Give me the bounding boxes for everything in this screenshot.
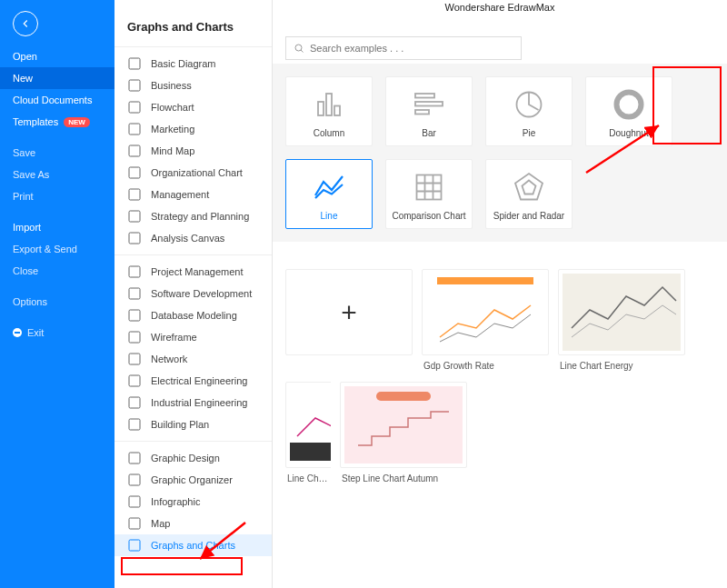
menu-item-close[interactable]: Close bbox=[0, 260, 115, 282]
category-title: Graphs and Charts bbox=[115, 0, 272, 46]
template-thumbnail bbox=[422, 269, 549, 355]
template-card[interactable]: Step Line Chart Autumn bbox=[340, 382, 467, 485]
category-item-label: Graphic Design bbox=[151, 453, 220, 463]
category-item-map[interactable]: Map bbox=[115, 513, 272, 534]
flow-icon bbox=[127, 100, 142, 115]
template-card[interactable]: Gdp Growth Rate bbox=[422, 269, 549, 373]
ie-icon bbox=[127, 395, 142, 410]
menu-item-save[interactable]: Save bbox=[0, 142, 115, 164]
mgmt-icon bbox=[127, 187, 142, 202]
category-item-label: Graphs and Charts bbox=[151, 540, 235, 551]
svg-rect-3 bbox=[290, 443, 331, 461]
chart-type-label: Column bbox=[314, 128, 344, 138]
category-item-flowchart[interactable]: Flowchart bbox=[115, 96, 272, 118]
menu-item-options[interactable]: Options bbox=[0, 291, 115, 313]
category-item-project-management[interactable]: Project Management bbox=[115, 261, 272, 283]
strategy-icon bbox=[127, 209, 142, 224]
category-item-label: Management bbox=[151, 189, 209, 200]
chart-type-label: Pie bbox=[523, 128, 535, 138]
category-item-infographic[interactable]: Infographic bbox=[115, 491, 272, 513]
template-card[interactable]: Line Chart Pa bbox=[285, 382, 331, 485]
gantt-icon bbox=[127, 264, 142, 279]
chart-type-column[interactable]: Column bbox=[285, 76, 373, 146]
gd-icon bbox=[127, 451, 142, 465]
org-icon bbox=[127, 165, 142, 180]
info-icon bbox=[127, 494, 142, 509]
category-item-graphic-organizer[interactable]: Graphic Organizer bbox=[115, 469, 272, 491]
map-icon bbox=[127, 516, 142, 531]
category-item-label: Database Modeling bbox=[151, 310, 237, 321]
category-item-management[interactable]: Management bbox=[115, 184, 272, 205]
menu-item-label: Export & Send bbox=[13, 244, 77, 254]
category-item-organizational-chart[interactable]: Organizational Chart bbox=[115, 162, 272, 184]
category-item-software-development[interactable]: Software Development bbox=[115, 283, 272, 304]
menu-item-new[interactable]: New bbox=[0, 67, 115, 89]
category-item-label: Analysis Canvas bbox=[151, 233, 224, 244]
category-item-electrical-engineering[interactable]: Electrical Engineering bbox=[115, 370, 272, 392]
menu-item-saveas[interactable]: Save As bbox=[0, 164, 115, 185]
category-column: Graphs and Charts Basic DiagramBusinessF… bbox=[115, 0, 273, 588]
category-item-graphs-and-charts[interactable]: Graphs and Charts bbox=[115, 534, 272, 556]
category-item-analysis-canvas[interactable]: Analysis Canvas bbox=[115, 227, 272, 249]
menu-item-label: Save As bbox=[13, 169, 49, 180]
template-new-blank[interactable]: + bbox=[285, 269, 413, 373]
category-item-label: Wireframe bbox=[151, 332, 197, 343]
category-item-label: Map bbox=[151, 518, 170, 529]
category-item-network[interactable]: Network bbox=[115, 348, 272, 370]
back-button[interactable] bbox=[13, 11, 38, 36]
chart-type-pie[interactable]: Pie bbox=[485, 76, 573, 146]
template-label: Step Line Chart Autumn bbox=[340, 468, 467, 485]
chart-type-grid: ColumnBarPieDoughnutLineComparison Chart… bbox=[273, 64, 727, 242]
menu-item-label: Cloud Documents bbox=[13, 95, 92, 105]
category-item-label: Project Management bbox=[151, 266, 244, 277]
radar-icon bbox=[513, 171, 545, 204]
template-card[interactable]: Line Chart Energy bbox=[558, 269, 685, 373]
search-input[interactable] bbox=[285, 36, 522, 60]
category-item-label: Graphic Organizer bbox=[151, 474, 233, 485]
menu-item-exit[interactable]: Exit bbox=[0, 322, 115, 344]
menu-item-label: Save bbox=[13, 147, 35, 158]
category-item-graphic-design[interactable]: Graphic Design bbox=[115, 447, 272, 469]
menu-item-label: Import bbox=[13, 222, 41, 233]
category-item-wireframe[interactable]: Wireframe bbox=[115, 326, 272, 348]
chart-type-label: Bar bbox=[422, 128, 436, 138]
menu-item-label: Print bbox=[13, 191, 34, 202]
app-title: Wondershare EdrawMax bbox=[273, 0, 727, 15]
menu-item-export[interactable]: Export & Send bbox=[0, 238, 115, 260]
briefcase-icon bbox=[127, 78, 142, 93]
category-item-mind-map[interactable]: Mind Map bbox=[115, 140, 272, 162]
menu-item-open[interactable]: Open bbox=[0, 45, 115, 67]
search-field[interactable] bbox=[310, 43, 513, 54]
menu-item-label: Templates bbox=[13, 116, 58, 127]
canvas-icon bbox=[127, 231, 142, 245]
chart-type-radar[interactable]: Spider and Radar bbox=[485, 159, 573, 229]
new-badge: NEW bbox=[64, 117, 90, 127]
chart-type-doughnut[interactable]: Doughnut bbox=[585, 76, 672, 146]
menu-item-import[interactable]: Import bbox=[0, 216, 115, 238]
category-item-label: Mind Map bbox=[151, 145, 194, 156]
category-item-label: Software Development bbox=[151, 288, 252, 299]
software-icon bbox=[127, 286, 142, 301]
category-item-database-modeling[interactable]: Database Modeling bbox=[115, 304, 272, 326]
category-item-label: Building Plan bbox=[151, 419, 209, 430]
chart-type-line[interactable]: Line bbox=[285, 159, 373, 229]
category-item-basic-diagram[interactable]: Basic Diagram bbox=[115, 53, 272, 75]
menu-item-cloud[interactable]: Cloud Documents bbox=[0, 89, 115, 111]
pie-icon bbox=[513, 88, 545, 121]
category-item-label: Basic Diagram bbox=[151, 58, 216, 69]
category-item-building-plan[interactable]: Building Plan bbox=[115, 414, 272, 435]
category-item-strategy-and-planning[interactable]: Strategy and Planning bbox=[115, 205, 272, 227]
tree-icon bbox=[127, 144, 142, 158]
chart-type-bar[interactable]: Bar bbox=[385, 76, 473, 146]
templates-grid: +Gdp Growth RateLine Chart EnergyLine Ch… bbox=[273, 264, 727, 498]
search-icon bbox=[294, 43, 304, 54]
category-item-industrial-engineering[interactable]: Industrial Engineering bbox=[115, 392, 272, 414]
category-item-business[interactable]: Business bbox=[115, 75, 272, 96]
menu-item-print[interactable]: Print bbox=[0, 185, 115, 207]
menu-item-templates[interactable]: TemplatesNEW bbox=[0, 111, 115, 133]
left-file-menu: OpenNewCloud DocumentsTemplatesNEWSaveSa… bbox=[0, 0, 115, 588]
category-item-marketing[interactable]: Marketing bbox=[115, 118, 272, 140]
plus-icon: + bbox=[341, 297, 357, 328]
chart-type-table[interactable]: Comparison Chart bbox=[385, 159, 473, 229]
wire-icon bbox=[127, 330, 142, 344]
